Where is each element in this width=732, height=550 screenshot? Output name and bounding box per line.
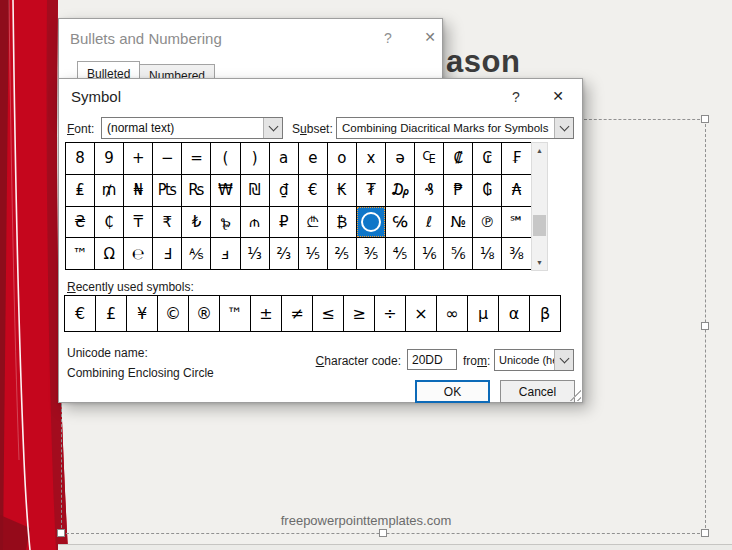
symbol-cell[interactable]: ₺ (182, 207, 211, 239)
symbol-cell[interactable]: ₳ (502, 175, 531, 207)
slide-footer-text[interactable]: freepowerpointtemplates.com (240, 513, 492, 528)
symbol-cell[interactable]: e (299, 143, 328, 175)
slide-title-text-fragment[interactable]: ason (446, 44, 520, 80)
recent-symbol-cell[interactable]: ™ (220, 296, 251, 332)
recent-symbol-cell[interactable]: £ (96, 296, 127, 332)
symbol-cell[interactable]: ℗ (473, 207, 502, 239)
symbol-cell[interactable]: ₪ (241, 175, 270, 207)
selection-handle-top-right[interactable] (701, 115, 709, 123)
ok-button[interactable]: OK (415, 380, 490, 403)
symbol-cell[interactable]: ⅕ (299, 238, 328, 270)
font-select-dropdown-button[interactable] (263, 118, 282, 138)
symbol-cell[interactable]: ₻ (211, 207, 240, 239)
symbol-cell[interactable]: 8 (66, 143, 95, 175)
recent-symbol-cell[interactable]: ± (251, 296, 282, 332)
symbol-cell[interactable]: ⅍ (182, 238, 211, 270)
symbol-cell[interactable]: ⅖ (328, 238, 357, 270)
from-select-dropdown-button[interactable] (554, 350, 573, 370)
symbol-cell[interactable]: ₽ (270, 207, 299, 239)
close-icon[interactable]: ✕ (545, 88, 571, 104)
recent-symbol-cell[interactable]: µ (468, 296, 499, 332)
symbol-cell[interactable]: ™ (66, 238, 95, 270)
symbol-cell[interactable]: ⅎ (211, 238, 240, 270)
symbol-cell[interactable]: ⅘ (386, 238, 415, 270)
symbol-cell[interactable]: ₴ (66, 207, 95, 239)
recent-symbol-cell[interactable]: ∞ (437, 296, 468, 332)
symbol-cell[interactable]: ₲ (473, 175, 502, 207)
selection-handle-middle-right[interactable] (701, 322, 709, 330)
symbol-cell[interactable]: ₱ (444, 175, 473, 207)
symbol-cell[interactable]: ⅓ (241, 238, 270, 270)
symbol-cell[interactable]: ⅗ (357, 238, 386, 270)
symbol-cell[interactable]: ⅙ (415, 238, 444, 270)
recent-symbol-cell[interactable]: ® (189, 296, 220, 332)
from-select[interactable]: Unicode (hex) (494, 349, 574, 371)
scroll-down-icon[interactable]: ▼ (532, 255, 547, 270)
recent-symbol-cell[interactable]: € (65, 296, 96, 332)
symbol-cell[interactable]: ə (386, 143, 415, 175)
symbol-cell[interactable]: ₣ (502, 143, 531, 175)
font-select[interactable]: (normal text) (101, 117, 283, 139)
subset-select[interactable]: Combining Diacritical Marks for Symbols (336, 117, 574, 139)
symbol-cell[interactable]: ₵ (95, 207, 124, 239)
selection-border-left[interactable] (61, 404, 62, 533)
symbol-cell[interactable]: ℅ (386, 207, 415, 239)
recent-symbol-cell[interactable]: © (158, 296, 189, 332)
symbol-cell[interactable]: ₼ (241, 207, 270, 239)
cancel-button[interactable]: Cancel (500, 380, 575, 403)
symbol-cell[interactable]: − (153, 143, 182, 175)
symbol-cell[interactable]: ₠ (415, 143, 444, 175)
symbol-cell[interactable]: ℮ (124, 238, 153, 270)
symbol-cell[interactable]: o (328, 143, 357, 175)
symbol-cell[interactable]: ⅚ (444, 238, 473, 270)
symbol-cell[interactable]: ₩ (211, 175, 240, 207)
symbol-cell[interactable]: 9 (95, 143, 124, 175)
symbol-cell[interactable]: ) (241, 143, 270, 175)
symbol-cell[interactable]: ₧ (153, 175, 182, 207)
recent-symbol-cell[interactable]: ≥ (344, 296, 375, 332)
subset-select-dropdown-button[interactable] (554, 118, 573, 138)
symbol-cell[interactable]: ⅜ (502, 238, 531, 270)
symbol-cell[interactable]: ₦ (124, 175, 153, 207)
recent-symbol-cell[interactable]: × (406, 296, 437, 332)
symbol-cell[interactable]: x (357, 143, 386, 175)
symbol-cell[interactable]: ℠ (502, 207, 531, 239)
help-icon[interactable]: ? (377, 30, 399, 46)
recent-symbol-cell[interactable]: ≤ (313, 296, 344, 332)
symbol-cell[interactable]: + (124, 143, 153, 175)
selection-handle-bottom-center[interactable] (379, 529, 387, 537)
symbol-cell[interactable]: ₸ (124, 207, 153, 239)
recent-symbol-cell[interactable]: β (530, 296, 561, 332)
symbol-cell[interactable]: ₮ (357, 175, 386, 207)
symbol-cell[interactable]: Ω (95, 238, 124, 270)
symbol-cell[interactable]: ₿ (328, 207, 357, 239)
scroll-up-icon[interactable]: ▲ (532, 143, 547, 158)
symbol-cell[interactable]: Ⅎ (153, 238, 182, 270)
symbol-cell[interactable]: ₰ (415, 175, 444, 207)
symbol-cell[interactable]: € (299, 175, 328, 207)
symbol-cell[interactable]: a (270, 143, 299, 175)
symbol-cell[interactable]: ₭ (328, 175, 357, 207)
close-icon[interactable]: ✕ (417, 29, 443, 45)
symbol-cell[interactable]: ₤ (66, 175, 95, 207)
symbol-cell[interactable]: ℓ (415, 207, 444, 239)
symbol-cell[interactable]: ₾ (299, 207, 328, 239)
recent-symbol-cell[interactable]: α (499, 296, 530, 332)
symbol-cell[interactable]: ₢ (473, 143, 502, 175)
symbol-cell[interactable]: ₯ (386, 175, 415, 207)
selection-handle-bottom-right[interactable] (701, 529, 709, 537)
character-code-input[interactable] (407, 349, 457, 370)
recent-symbol-cell[interactable]: ¥ (127, 296, 158, 332)
scrollbar-thumb[interactable] (533, 215, 546, 236)
selection-handle-bottom-left[interactable] (57, 529, 65, 537)
symbol-grid-scrollbar[interactable]: ▲ ▼ (531, 142, 548, 271)
symbol-cell[interactable]: ⅔ (270, 238, 299, 270)
symbol-cell[interactable]: ⅛ (473, 238, 502, 270)
symbol-cell[interactable] (357, 207, 386, 239)
symbol-cell[interactable]: ₡ (444, 143, 473, 175)
recent-symbol-cell[interactable]: ÷ (375, 296, 406, 332)
symbol-cell[interactable]: ₨ (182, 175, 211, 207)
symbol-cell[interactable]: = (182, 143, 211, 175)
recent-symbol-cell[interactable]: ≠ (282, 296, 313, 332)
symbol-cell[interactable]: ( (211, 143, 240, 175)
